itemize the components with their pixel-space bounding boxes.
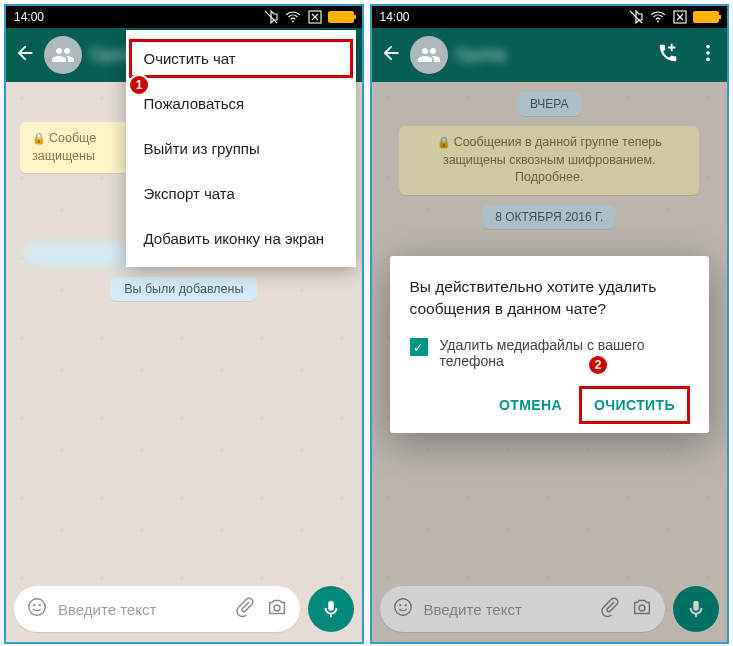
menu-add-shortcut[interactable]: Добавить иконку на экран [126, 216, 356, 261]
callout-2: 2 [587, 354, 609, 376]
mic-button[interactable] [308, 586, 354, 632]
group-avatar[interactable] [44, 36, 82, 74]
more-icon[interactable] [697, 42, 719, 68]
appbar-actions [657, 42, 719, 68]
clock: 14:00 [380, 10, 410, 24]
svg-point-11 [706, 51, 710, 55]
wifi-icon [284, 8, 302, 26]
overflow-menu: Очистить чат Пожаловаться Выйти из групп… [126, 30, 356, 267]
status-bar: 14:00 [6, 6, 362, 28]
svg-point-12 [706, 58, 710, 62]
chat-title[interactable]: Группа [456, 46, 650, 64]
clock: 14:00 [14, 10, 44, 24]
svg-point-10 [706, 45, 710, 49]
attach-icon[interactable] [234, 596, 256, 622]
mute-icon [627, 8, 645, 26]
status-icons [627, 8, 719, 26]
status-icons [262, 8, 354, 26]
add-call-icon[interactable] [657, 42, 679, 68]
cancel-button[interactable]: ОТМЕНА [485, 387, 576, 423]
back-button[interactable] [14, 42, 36, 69]
app-bar: Группа [372, 28, 728, 82]
menu-report[interactable]: Пожаловаться [126, 81, 356, 126]
menu-export-chat[interactable]: Экспорт чата [126, 171, 356, 216]
lock-icon: 🔒 [32, 132, 46, 144]
menu-clear-chat[interactable]: Очистить чат [126, 36, 356, 81]
svg-point-1 [292, 21, 294, 23]
dialog-checkbox-row[interactable]: ✓ Удалить медиафайлы с вашего телефона [410, 337, 690, 369]
svg-point-5 [39, 604, 41, 606]
dialog-actions: ОТМЕНА ОЧИСТИТЬ [410, 387, 690, 423]
svg-point-8 [657, 21, 659, 23]
group-avatar[interactable] [410, 36, 448, 74]
confirm-button[interactable]: ОЧИСТИТЬ [580, 387, 689, 423]
callout-1: 1 [128, 74, 150, 96]
added-pill: Вы были добавлены [110, 277, 257, 301]
battery-icon [328, 11, 354, 23]
svg-point-3 [29, 599, 46, 616]
dialog-title: Вы действительно хотите удалить сообщени… [410, 276, 690, 319]
phone-right: 14:00 Группа ВЧЕРА 🔒Сообщения в данной г… [370, 4, 730, 644]
group-icon [417, 43, 441, 67]
close-box-icon [671, 8, 689, 26]
menu-exit-group[interactable]: Выйти из группы [126, 126, 356, 171]
status-bar: 14:00 [372, 6, 728, 28]
checkbox-label: Удалить медиафайлы с вашего телефона [440, 337, 690, 369]
svg-point-6 [274, 605, 280, 611]
encryption-notice[interactable]: 🔒Сообще защищены [20, 122, 140, 173]
message-input[interactable]: Введите текст [14, 586, 300, 632]
back-button[interactable] [380, 42, 402, 69]
input-bar: Введите текст [14, 586, 354, 632]
phone-left: 14:00 Группа 🔒Сообще защищены Вы были до… [4, 4, 364, 644]
clear-chat-dialog: Вы действительно хотите удалить сообщени… [390, 256, 710, 433]
mute-icon [262, 8, 280, 26]
close-box-icon [306, 8, 324, 26]
emoji-icon[interactable] [26, 596, 48, 622]
battery-icon [693, 11, 719, 23]
group-icon [51, 43, 75, 67]
input-placeholder: Введите текст [58, 601, 224, 618]
wifi-icon [649, 8, 667, 26]
svg-point-4 [33, 604, 35, 606]
checkbox-checked-icon[interactable]: ✓ [410, 338, 428, 356]
camera-icon[interactable] [266, 596, 288, 622]
